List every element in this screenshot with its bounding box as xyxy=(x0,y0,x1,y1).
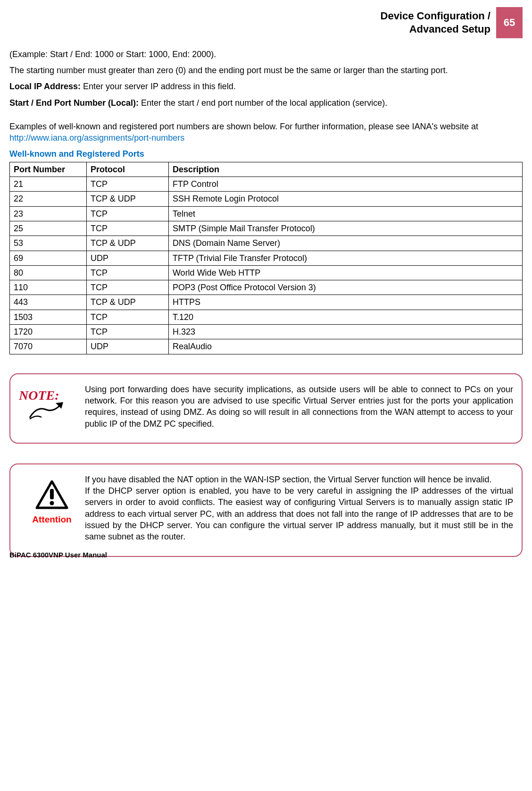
iana-paragraph: Examples of well-known and registered po… xyxy=(9,121,523,144)
attention-text: If you have disabled the NAT option in t… xyxy=(85,474,513,543)
attention-label: Attention xyxy=(32,513,71,526)
table-cell: SSH Remote Login Protocol xyxy=(168,192,522,206)
table-row: 1503TCPT.120 xyxy=(10,310,523,324)
attention-icon: Attention xyxy=(19,474,85,526)
table-cell: 53 xyxy=(10,236,87,251)
table-cell: TCP & UDP xyxy=(87,295,169,310)
table-cell: UDP xyxy=(87,339,169,354)
attention-text-1: If you have disabled the NAT option in t… xyxy=(85,475,491,484)
table-row: 1720TCPH.323 xyxy=(10,325,523,339)
ports-section-title: Well-known and Registered Ports xyxy=(9,148,523,160)
page-header: Device Configuration / Advanced Setup 65 xyxy=(9,7,523,38)
table-cell: 23 xyxy=(10,206,87,221)
note-text: Using port forwarding does have security… xyxy=(85,384,513,429)
local-port-label: Start / End Port Number (Local): xyxy=(9,98,141,108)
table-cell: TCP xyxy=(87,206,169,221)
example-paragraph: (Example: Start / End: 1000 or Start: 10… xyxy=(9,49,523,60)
iana-link[interactable]: http://www.iana.org/assignments/port-num… xyxy=(9,133,184,143)
local-port-text: Enter the start / end port number of the… xyxy=(141,98,387,108)
table-row: 23TCPTelnet xyxy=(10,206,523,221)
header-title: Device Configuration / Advanced Setup xyxy=(381,9,490,35)
th-protocol: Protocol xyxy=(87,162,169,177)
table-cell: 25 xyxy=(10,221,87,236)
attention-text-2: If the DHCP server option is enabled, yo… xyxy=(85,486,513,541)
footer-text: BiPAC 6300VNP User Manual xyxy=(9,550,523,560)
table-cell: SMTP (Simple Mail Transfer Protocol) xyxy=(168,221,522,236)
table-cell: TCP xyxy=(87,265,169,280)
table-row: 80TCPWorld Wide Web HTTP xyxy=(10,265,523,280)
table-row: 7070UDPRealAudio xyxy=(10,339,523,354)
table-row: 69UDPTFTP (Trivial File Transfer Protoco… xyxy=(10,251,523,265)
table-cell: HTTPS xyxy=(168,295,522,310)
table-cell: 1720 xyxy=(10,325,87,339)
svg-rect-0 xyxy=(50,489,54,499)
table-cell: TCP & UDP xyxy=(87,236,169,251)
table-row: 443TCP & UDPHTTPS xyxy=(10,295,523,310)
table-cell: TCP xyxy=(87,310,169,324)
table-cell: 7070 xyxy=(10,339,87,354)
ports-table: Port Number Protocol Description 21TCPFT… xyxy=(9,162,523,354)
table-cell: POP3 (Post Office Protocol Version 3) xyxy=(168,280,522,295)
th-port-number: Port Number xyxy=(10,162,87,177)
table-cell: Telnet xyxy=(168,206,522,221)
warning-triangle-icon xyxy=(35,480,68,510)
table-cell: 69 xyxy=(10,251,87,265)
table-cell: 21 xyxy=(10,177,87,192)
local-port-paragraph: Start / End Port Number (Local): Enter t… xyxy=(9,97,523,109)
local-ip-paragraph: Local IP Address: Enter your server IP a… xyxy=(9,81,523,92)
table-cell: 22 xyxy=(10,192,87,206)
table-header-row: Port Number Protocol Description xyxy=(10,162,523,177)
note-callout: NOTE: Using port forwarding does have se… xyxy=(9,373,523,444)
header-title-line1: Device Configuration / xyxy=(381,10,490,22)
svg-point-1 xyxy=(50,501,54,505)
table-cell: T.120 xyxy=(168,310,522,324)
table-row: 25TCPSMTP (Simple Mail Transfer Protocol… xyxy=(10,221,523,236)
table-cell: 443 xyxy=(10,295,87,310)
table-cell: 80 xyxy=(10,265,87,280)
header-title-line2: Advanced Setup xyxy=(409,23,490,35)
table-cell: DNS (Domain Name Server) xyxy=(168,236,522,251)
starting-number-paragraph: The starting number must greater than ze… xyxy=(9,65,523,76)
table-cell: TCP xyxy=(87,177,169,192)
table-cell: RealAudio xyxy=(168,339,522,354)
local-ip-label: Local IP Address: xyxy=(9,82,83,91)
table-row: 110TCPPOP3 (Post Office Protocol Version… xyxy=(10,280,523,295)
table-row: 22TCP & UDPSSH Remote Login Protocol xyxy=(10,192,523,206)
page-number-badge: 65 xyxy=(496,7,523,38)
table-cell: UDP xyxy=(87,251,169,265)
table-cell: 1503 xyxy=(10,310,87,324)
iana-pre-text: Examples of well-known and registered po… xyxy=(9,122,478,131)
table-cell: TCP xyxy=(87,280,169,295)
table-row: 53TCP & UDPDNS (Domain Name Server) xyxy=(10,236,523,251)
th-description: Description xyxy=(168,162,522,177)
table-row: 21TCPFTP Control xyxy=(10,177,523,192)
table-cell: TCP & UDP xyxy=(87,192,169,206)
attention-callout: Attention If you have disabled the NAT o… xyxy=(9,463,523,557)
table-cell: TCP xyxy=(87,325,169,339)
note-icon: NOTE: xyxy=(19,384,85,421)
table-cell: FTP Control xyxy=(168,177,522,192)
local-ip-text: Enter your server IP address in this fie… xyxy=(83,82,236,91)
pen-icon xyxy=(27,401,65,420)
table-cell: H.323 xyxy=(168,325,522,339)
table-cell: World Wide Web HTTP xyxy=(168,265,522,280)
table-cell: 110 xyxy=(10,280,87,295)
table-cell: TFTP (Trivial File Transfer Protocol) xyxy=(168,251,522,265)
table-cell: TCP xyxy=(87,221,169,236)
